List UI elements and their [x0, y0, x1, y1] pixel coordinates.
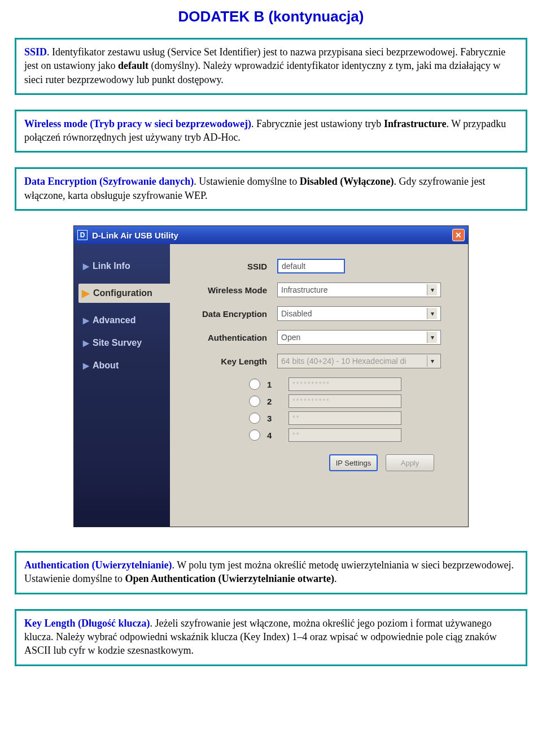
- callout-dataenc-text: Data Encryption (Szyfrowanie danych). Us…: [24, 175, 518, 202]
- authentication-select[interactable]: Open ▾: [277, 330, 441, 345]
- close-icon: ✕: [455, 231, 462, 240]
- key-length-select[interactable]: 64 bits (40+24) - 10 Hexadecimal di ▾: [277, 354, 441, 368]
- callout-ssid-text: SSID. Identyfikator zestawu usług (Servi…: [24, 45, 518, 86]
- callout-keylen-lead: Key Length (Długość klucza): [24, 618, 150, 629]
- chevron-right-icon: ▶: [83, 361, 89, 370]
- sidebar-item-advanced[interactable]: ▶ Advanced: [83, 315, 170, 325]
- callout-dataenc-lead: Data Encryption (Szyfrowanie danych): [24, 176, 194, 187]
- callout-data-encryption: Data Encryption (Szyfrowanie danych). Us…: [15, 167, 527, 211]
- window-titlebar: D D-Link Air USB Utility ✕: [74, 226, 468, 244]
- callout-ssid-lead: SSID: [24, 46, 47, 58]
- key-radio-3[interactable]: [249, 412, 260, 424]
- key-radio-1[interactable]: [249, 379, 260, 390]
- key-number: 3: [267, 414, 276, 423]
- key-number: 4: [267, 431, 276, 440]
- callout-ssid: SSID. Identyfikator zestawu usług (Servi…: [15, 38, 527, 95]
- bold: Infrastructure: [384, 118, 447, 129]
- callout-authentication: Authentication (Uwierzytelnianie). W pol…: [15, 551, 527, 594]
- key-input-2[interactable]: [289, 394, 401, 408]
- key-row-3: 3: [249, 411, 453, 425]
- ssid-label: SSID: [187, 262, 277, 271]
- text: .: [334, 573, 337, 584]
- wireless-mode-label: Wireless Mode: [187, 285, 277, 295]
- chevron-right-icon: ▶: [83, 338, 89, 347]
- select-value: Open: [281, 333, 300, 342]
- sidebar: ▶ Link Info ▶ Configuration ▶ Advanced ▶…: [74, 244, 170, 527]
- page-title: DODATEK B (kontynuacja): [0, 8, 542, 25]
- key-radio-4[interactable]: [249, 429, 260, 441]
- ssid-input[interactable]: [277, 259, 345, 273]
- bold: Disabled (Wyłączone): [300, 176, 394, 187]
- dlink-logo-icon: D: [77, 230, 88, 240]
- key-row-2: 2: [249, 394, 453, 408]
- callout-keylen-text: Key Length (Długość klucza). Jeżeli szyf…: [24, 616, 518, 658]
- key-input-4[interactable]: [289, 428, 401, 442]
- callout-auth-text: Authentication (Uwierzytelnianie). W pol…: [24, 558, 518, 586]
- sidebar-item-site-survey[interactable]: ▶ Site Survey: [83, 338, 170, 348]
- dlink-utility-window: D D-Link Air USB Utility ✕ ▶ Link Info ▶…: [73, 225, 469, 527]
- sidebar-item-label: Link Info: [93, 261, 130, 271]
- wireless-mode-select[interactable]: Infrastructure ▾: [277, 283, 441, 297]
- callout-wmode-lead: Wireless mode (Tryb pracy w sieci bezprz…: [24, 118, 251, 129]
- key-row-1: 1: [249, 377, 453, 391]
- sidebar-item-link-info[interactable]: ▶ Link Info: [83, 261, 170, 271]
- chevron-right-icon: ▶: [83, 316, 89, 325]
- callout-key-length: Key Length (Długość klucza). Jeżeli szyf…: [15, 609, 527, 666]
- key-length-label: Key Length: [187, 357, 277, 366]
- sidebar-item-about[interactable]: ▶ About: [83, 360, 170, 371]
- key-number: 1: [267, 380, 276, 389]
- chevron-down-icon: ▾: [427, 355, 437, 367]
- key-number: 2: [267, 397, 276, 406]
- chevron-down-icon: ▾: [427, 332, 437, 343]
- sidebar-item-label: Site Survey: [93, 338, 142, 348]
- bold: default: [118, 60, 148, 71]
- chevron-right-icon: ▶: [82, 287, 90, 299]
- sidebar-item-configuration[interactable]: ▶ Configuration: [78, 284, 173, 303]
- configuration-pane: SSID Wireless Mode Infrastructure ▾ Data…: [170, 244, 468, 527]
- chevron-right-icon: ▶: [83, 262, 89, 271]
- sidebar-item-label: About: [93, 360, 119, 371]
- key-radio-2[interactable]: [249, 396, 260, 407]
- callout-auth-lead: Authentication (Uwierzytelnianie): [24, 559, 172, 571]
- close-button[interactable]: ✕: [452, 229, 465, 241]
- key-row-4: 4: [249, 428, 453, 442]
- bold: Open Authentication (Uwierzytelnianie ot…: [125, 573, 334, 584]
- select-value: Infrastructure: [281, 285, 327, 294]
- sidebar-item-label: Advanced: [93, 315, 136, 325]
- window-title: D-Link Air USB Utility: [92, 231, 452, 240]
- text: . Fabrycznie jest ustawiony tryb: [251, 118, 384, 129]
- select-value: Disabled: [281, 309, 312, 318]
- key-input-1[interactable]: [289, 377, 401, 391]
- select-value: 64 bits (40+24) - 10 Hexadecimal di: [281, 357, 406, 366]
- key-input-3[interactable]: [289, 411, 401, 425]
- callout-wireless-mode: Wireless mode (Tryb pracy w sieci bezprz…: [15, 110, 527, 153]
- authentication-label: Authentication: [187, 333, 277, 342]
- chevron-down-icon: ▾: [427, 308, 437, 319]
- ip-settings-button[interactable]: IP Settings: [329, 454, 378, 471]
- chevron-down-icon: ▾: [427, 284, 437, 296]
- data-encryption-select[interactable]: Disabled ▾: [277, 306, 441, 321]
- text: . Ustawienie domyślne to: [194, 176, 299, 187]
- data-encryption-label: Data Encryption: [187, 309, 277, 319]
- sidebar-item-label: Configuration: [93, 288, 152, 298]
- apply-button[interactable]: Apply: [386, 454, 434, 471]
- callout-wmode-text: Wireless mode (Tryb pracy w sieci bezprz…: [24, 117, 518, 145]
